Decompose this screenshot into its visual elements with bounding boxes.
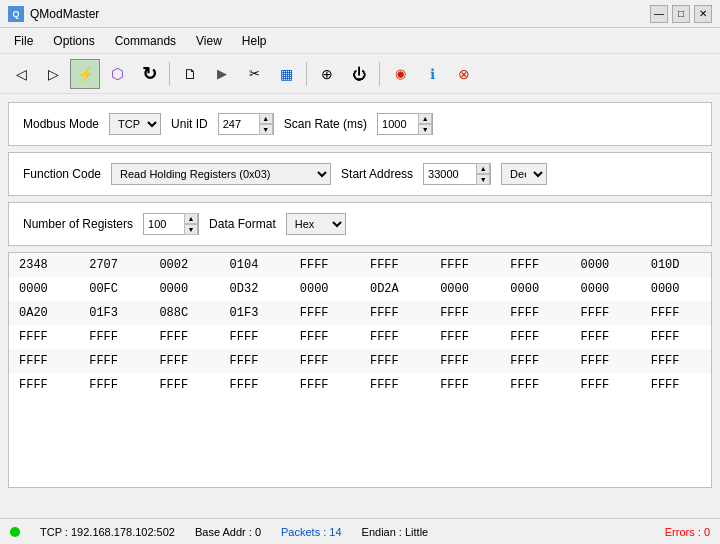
table-cell: FFFF (79, 349, 149, 373)
data-table-container[interactable]: 2348270700020104FFFFFFFFFFFFFFFF0000010D… (8, 252, 712, 488)
maximize-button[interactable]: □ (672, 5, 690, 23)
unit-id-input[interactable] (219, 114, 259, 134)
toolbar-usb-button[interactable]: ⏻ (344, 59, 374, 89)
toolbar-new-button[interactable]: 🗋 (175, 59, 205, 89)
table-cell: FFFF (571, 301, 641, 325)
function-code-label: Function Code (23, 167, 101, 181)
toolbar-table-button[interactable]: ▦ (271, 59, 301, 89)
endian-status: Endian : Little (362, 526, 429, 538)
menu-commands[interactable]: Commands (105, 31, 186, 51)
connection-status: TCP : 192.168.178.102:502 (40, 526, 175, 538)
modbus-mode-label: Modbus Mode (23, 117, 99, 131)
num-registers-up-button[interactable]: ▲ (184, 213, 198, 224)
table-cell: FFFF (9, 373, 79, 397)
packets-value: 14 (329, 526, 341, 538)
toolbar-next-button[interactable]: ▷ (38, 59, 68, 89)
window-title: QModMaster (30, 7, 99, 21)
toolbar-info-button[interactable]: ℹ (417, 59, 447, 89)
toolbar-tools-button[interactable]: ✂ (239, 59, 269, 89)
status-bar: TCP : 192.168.178.102:502 Base Addr : 0 … (0, 518, 720, 544)
toolbar-connect-button[interactable]: ⚡ (70, 59, 100, 89)
table-cell: FFFF (290, 253, 360, 277)
packets-status: Packets : 14 (281, 526, 342, 538)
table-cell: 0D32 (220, 277, 290, 301)
main-content: Modbus Mode TCP Unit ID ▲ ▼ Scan Rate (m… (0, 94, 720, 496)
table-cell: 2707 (79, 253, 149, 277)
info-icon: ℹ (430, 66, 435, 82)
unit-id-spinner[interactable]: ▲ ▼ (218, 113, 274, 135)
toolbar-network-button[interactable]: ⊕ (312, 59, 342, 89)
modbus-mode-select[interactable]: TCP (109, 113, 161, 135)
menu-view[interactable]: View (186, 31, 232, 51)
num-registers-down-button[interactable]: ▼ (184, 224, 198, 235)
minimize-button[interactable]: — (650, 5, 668, 23)
num-registers-spinner[interactable]: ▲ ▼ (143, 213, 199, 235)
scan-rate-down-button[interactable]: ▼ (418, 124, 432, 135)
table-cell: FFFF (430, 349, 500, 373)
table-row: 000000FC00000D3200000D2A0000000000000000 (9, 277, 711, 301)
data-table: 2348270700020104FFFFFFFFFFFFFFFF0000010D… (9, 253, 711, 397)
base-addr-status: Base Addr : 0 (195, 526, 261, 538)
start-address-spinner[interactable]: ▲ ▼ (423, 163, 491, 185)
menu-help[interactable]: Help (232, 31, 277, 51)
toolbar-refresh-button[interactable]: ↻ (134, 59, 164, 89)
connect-icon: ⚡ (77, 66, 94, 82)
scan-icon: ⬡ (111, 65, 124, 83)
next-icon: ▷ (48, 66, 59, 82)
scan-rate-input[interactable] (378, 114, 418, 134)
table-cell: 01F3 (220, 301, 290, 325)
unit-id-down-button[interactable]: ▼ (259, 124, 273, 135)
table-cell: FFFF (500, 349, 570, 373)
table-cell: 010D (641, 253, 711, 277)
table-cell: 0000 (641, 277, 711, 301)
menu-file[interactable]: File (4, 31, 43, 51)
num-registers-input[interactable] (144, 214, 184, 234)
toolbar-stop-button[interactable]: ⊗ (449, 59, 479, 89)
start-address-input[interactable] (424, 164, 476, 184)
prev-icon: ◁ (16, 66, 27, 82)
table-cell: 0000 (149, 277, 219, 301)
dec-format-select[interactable]: Dec (501, 163, 547, 185)
start-address-spinner-btns: ▲ ▼ (476, 163, 490, 185)
connection-indicator (10, 527, 20, 537)
toolbar-prev-button[interactable]: ◁ (6, 59, 36, 89)
config-row-2: Function Code Read Holding Registers (0x… (8, 152, 712, 196)
table-cell: FFFF (641, 301, 711, 325)
table-cell: FFFF (9, 349, 79, 373)
table-cell: 0000 (571, 277, 641, 301)
toolbar-chart-button[interactable]: ◉ (385, 59, 415, 89)
table-cell: FFFF (290, 325, 360, 349)
toolbar-sep-1 (169, 62, 170, 86)
menu-options[interactable]: Options (43, 31, 104, 51)
table-cell: 0D2A (360, 277, 430, 301)
close-button[interactable]: ✕ (694, 5, 712, 23)
table-row: FFFFFFFFFFFFFFFFFFFFFFFFFFFFFFFFFFFFFFFF (9, 349, 711, 373)
table-cell: FFFF (571, 373, 641, 397)
toolbar-play-button[interactable]: ▶ (207, 59, 237, 89)
table-cell: 088C (149, 301, 219, 325)
config-row-3: Number of Registers ▲ ▼ Data Format Hex … (8, 202, 712, 246)
refresh-icon: ↻ (142, 63, 157, 85)
start-address-up-button[interactable]: ▲ (476, 163, 490, 174)
table-cell: FFFF (430, 325, 500, 349)
toolbar-scan-button[interactable]: ⬡ (102, 59, 132, 89)
function-code-select[interactable]: Read Holding Registers (0x03) (111, 163, 331, 185)
unit-id-up-button[interactable]: ▲ (259, 113, 273, 124)
table-cell: 0000 (430, 277, 500, 301)
table-cell: FFFF (290, 301, 360, 325)
data-format-select[interactable]: Hex Dec (286, 213, 346, 235)
start-address-down-button[interactable]: ▼ (476, 174, 490, 185)
scan-rate-spinner[interactable]: ▲ ▼ (377, 113, 433, 135)
toolbar-sep-2 (306, 62, 307, 86)
stop-icon: ⊗ (458, 66, 470, 82)
table-cell: FFFF (360, 349, 430, 373)
data-table-body: 2348270700020104FFFFFFFFFFFFFFFF0000010D… (9, 253, 711, 397)
table-row: 0A2001F3088C01F3FFFFFFFFFFFFFFFFFFFFFFFF (9, 301, 711, 325)
table-cell: 0A20 (9, 301, 79, 325)
table-cell: 2348 (9, 253, 79, 277)
table-cell: FFFF (360, 301, 430, 325)
start-address-label: Start Address (341, 167, 413, 181)
table-cell: FFFF (360, 373, 430, 397)
errors-label: Errors : (665, 526, 704, 538)
scan-rate-up-button[interactable]: ▲ (418, 113, 432, 124)
